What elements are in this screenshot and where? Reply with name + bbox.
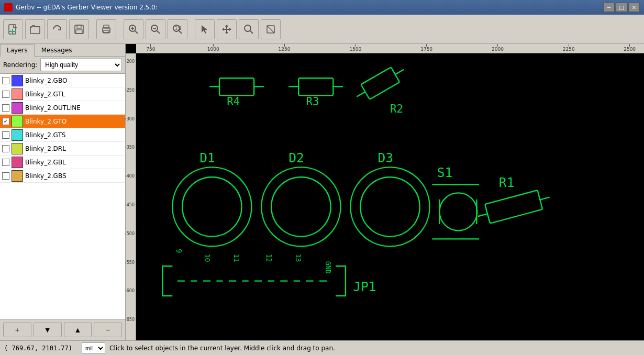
layer-color-swatch <box>12 88 23 100</box>
layer-color-swatch <box>12 102 23 114</box>
svg-rect-26 <box>148 53 632 340</box>
move-button[interactable] <box>261 19 281 39</box>
unit-select[interactable]: mil mm in <box>82 342 105 354</box>
sidebar: Layers Messages Rendering: High quality … <box>0 44 126 340</box>
layer-color-swatch <box>12 75 23 86</box>
move-down-button[interactable]: ▼ <box>34 323 62 337</box>
layer-name-label: Blinky_2.OUTLINE <box>25 104 123 112</box>
zoom-out-button[interactable] <box>146 19 165 39</box>
layer-item[interactable]: Blinky_2.GTO <box>0 115 125 128</box>
layer-color-swatch <box>12 170 23 182</box>
move-up-button[interactable]: ▲ <box>64 323 92 337</box>
app-icon <box>4 3 13 12</box>
svg-text:JP1: JP1 <box>353 279 376 294</box>
layer-checkbox[interactable] <box>2 77 9 84</box>
svg-marker-21 <box>222 25 231 34</box>
ruler-top: 750 1000 1250 1500 1750 2000 2250 2500 <box>136 44 644 53</box>
statusbar: ( 769.67, 2101.77) mil mm in Click to se… <box>0 340 644 355</box>
rendering-select[interactable]: High quality Fast Default <box>40 59 122 71</box>
layer-name-label: Blinky_2.GBL <box>25 159 123 166</box>
layer-item[interactable]: Blinky_2.GBO <box>0 74 125 87</box>
layer-item[interactable]: Blinky_2.GTS <box>0 128 125 142</box>
rendering-label: Rendering: <box>3 61 37 69</box>
svg-text:12: 12 <box>265 254 273 262</box>
messages-tab[interactable]: Messages <box>35 44 79 56</box>
svg-line-23 <box>250 31 253 34</box>
svg-text:S1: S1 <box>437 165 453 180</box>
svg-text:R2: R2 <box>390 103 403 115</box>
layer-color-swatch <box>12 129 23 141</box>
svg-line-16 <box>157 31 160 34</box>
new-button[interactable] <box>3 19 23 39</box>
zoom-fit-button[interactable]: 1:1 <box>168 19 187 39</box>
sidebar-buttons: + ▼ ▲ − <box>0 319 125 340</box>
svg-line-13 <box>135 31 138 34</box>
remove-layer-button[interactable]: − <box>94 323 122 337</box>
svg-text:R4: R4 <box>227 95 240 108</box>
svg-text:1:1: 1:1 <box>175 26 182 31</box>
tab-bar: Layers Messages <box>0 44 125 57</box>
layers-tab[interactable]: Layers <box>0 44 35 57</box>
layer-list: Blinky_2.GBOBlinky_2.GTLBlinky_2.OUTLINE… <box>0 74 125 319</box>
layer-name-label: Blinky_2.GTL <box>25 91 123 98</box>
main-area: Layers Messages Rendering: High quality … <box>0 44 644 340</box>
layer-checkbox[interactable] <box>2 145 9 152</box>
add-layer-button[interactable]: + <box>3 323 31 337</box>
layer-checkbox[interactable] <box>2 172 9 180</box>
titlebar: Gerbv -- gEDA's Gerber Viewer version 2.… <box>0 0 644 15</box>
pan-button[interactable] <box>217 19 237 39</box>
layer-name-label: Blinky_2.DRL <box>25 145 123 152</box>
reload-button[interactable] <box>47 19 67 39</box>
svg-text:D2: D2 <box>288 150 304 165</box>
layer-color-swatch <box>12 143 23 154</box>
svg-line-25 <box>267 26 274 33</box>
layer-name-label: Blinky_2.GTO <box>25 118 123 125</box>
layer-item[interactable]: Blinky_2.GBS <box>0 169 125 183</box>
svg-rect-5 <box>77 25 81 28</box>
layer-item[interactable]: Blinky_2.GTL <box>0 87 125 101</box>
svg-text:D3: D3 <box>377 150 393 165</box>
svg-marker-20 <box>202 25 207 34</box>
pcb-viewer[interactable]: 750 1000 1250 1500 1750 2000 2250 2500 -… <box>126 44 644 340</box>
layer-checkbox[interactable] <box>2 131 9 139</box>
pcb-canvas[interactable]: R4 R3 R2 <box>136 53 644 340</box>
svg-line-18 <box>179 31 182 34</box>
minimize-button[interactable]: ─ <box>603 3 615 12</box>
svg-rect-6 <box>76 30 82 34</box>
layer-color-swatch <box>12 116 23 127</box>
pcb-drawing: R4 R3 R2 <box>136 53 644 340</box>
layer-checkbox[interactable] <box>2 104 9 112</box>
layer-checkbox[interactable] <box>2 118 9 125</box>
status-message: Click to select objects in the current l… <box>109 345 335 352</box>
svg-text:13: 13 <box>294 254 302 262</box>
layer-checkbox[interactable] <box>2 159 9 166</box>
window-title: Gerbv -- gEDA's Gerber Viewer version 2.… <box>16 4 600 11</box>
layer-checkbox[interactable] <box>2 91 9 98</box>
layer-item[interactable]: Blinky_2.DRL <box>0 142 125 156</box>
maximize-button[interactable]: □ <box>616 3 627 12</box>
layer-item[interactable]: Blinky_2.OUTLINE <box>0 101 125 115</box>
close-button[interactable]: ✕ <box>628 3 640 12</box>
pointer-button[interactable] <box>195 19 215 39</box>
svg-text:9: 9 <box>175 249 183 253</box>
svg-text:R3: R3 <box>306 95 319 108</box>
measure-button[interactable] <box>239 19 259 39</box>
window-controls: ─ □ ✕ <box>603 3 640 12</box>
svg-rect-3 <box>30 27 40 34</box>
rendering-row: Rendering: High quality Fast Default <box>0 57 125 74</box>
svg-text:10: 10 <box>203 254 211 262</box>
svg-text:GND: GND <box>324 261 332 274</box>
print-button[interactable] <box>96 19 116 39</box>
ruler-left: -5200 -5250 -5300 -5350 -5400 -5450 -550… <box>126 53 136 340</box>
svg-text:R1: R1 <box>499 175 515 190</box>
zoom-in-button[interactable] <box>124 19 143 39</box>
open-button[interactable] <box>25 19 45 39</box>
layer-name-label: Blinky_2.GBS <box>25 172 123 180</box>
layer-color-swatch <box>12 157 23 168</box>
layer-name-label: Blinky_2.GTS <box>25 131 123 139</box>
layer-name-label: Blinky_2.GBO <box>25 77 123 84</box>
toolbar: 1:1 <box>0 15 644 44</box>
svg-text:D1: D1 <box>199 150 215 165</box>
save-button[interactable] <box>69 19 89 39</box>
layer-item[interactable]: Blinky_2.GBL <box>0 156 125 169</box>
